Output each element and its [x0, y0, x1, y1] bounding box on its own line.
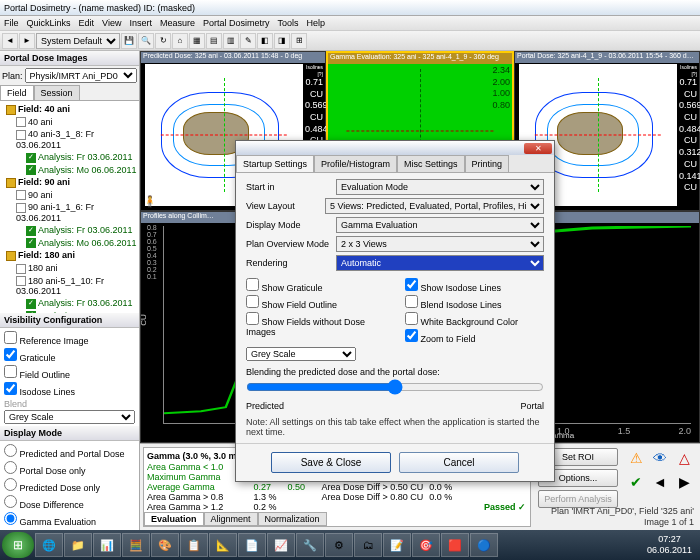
menu-tools[interactable]: Tools — [277, 18, 298, 28]
task-item[interactable]: ⚙ — [325, 533, 353, 557]
dtab-misc[interactable]: Misc Settings — [397, 155, 465, 172]
toolbar-refresh-icon[interactable]: ↻ — [155, 33, 171, 49]
dialog-scale-select[interactable]: Grey Scale — [246, 347, 356, 361]
toolbar-fwd-icon[interactable]: ► — [19, 33, 35, 49]
task-item[interactable]: 🔵 — [470, 533, 498, 557]
toolbar-btn[interactable]: ✎ — [240, 33, 256, 49]
btab-alignment[interactable]: Alignment — [204, 512, 258, 526]
vis-scale-select[interactable]: Grey Scale — [4, 410, 135, 424]
tree-node[interactable]: 40 ani — [2, 116, 137, 129]
toolbar-btn[interactable]: ▦ — [189, 33, 205, 49]
tree-node[interactable]: Field: 40 ani — [2, 103, 137, 116]
menu-edit[interactable]: Edit — [79, 18, 95, 28]
task-item[interactable]: 🎯 — [412, 533, 440, 557]
toolbar-btn[interactable]: ◧ — [257, 33, 273, 49]
toolbar-btn[interactable]: ◨ — [274, 33, 290, 49]
toolbar-btn[interactable]: ▥ — [223, 33, 239, 49]
blend-slider[interactable] — [246, 379, 544, 395]
vis-checkbox[interactable]: Reference Image — [4, 330, 135, 347]
dm-radio[interactable]: Predicted Dose only — [4, 477, 135, 494]
dialog-checkbox[interactable]: Show Graticule — [246, 277, 385, 294]
dialog-select[interactable]: Automatic — [336, 255, 544, 271]
tree-node[interactable]: ✓Analysis: Fr 03.06.2011 — [2, 151, 137, 164]
dialog-close-button[interactable]: ✕ — [524, 143, 552, 154]
task-item[interactable]: 🟥 — [441, 533, 469, 557]
vis-checkbox[interactable]: Isodose Lines — [4, 381, 135, 398]
menu-file[interactable]: File — [4, 18, 19, 28]
tree-node[interactable]: ✓Analysis: Fr 03.06.2011 — [2, 297, 137, 310]
dialog-checkbox[interactable]: Show Isodose Lines — [405, 277, 544, 294]
plan-select[interactable]: Physik/IMRT Ani_PD0 — [25, 68, 137, 83]
dialog-checkbox[interactable]: Show Fields without Dose Images — [246, 311, 385, 338]
field-tree[interactable]: Field: 40 ani40 ani40 ani-3_1_8: Fr 03.0… — [0, 101, 139, 313]
dialog-checkbox[interactable]: Zoom to Field — [405, 328, 544, 345]
save-close-button[interactable]: Save & Close — [271, 452, 391, 473]
toolbar-btn[interactable]: ⊞ — [291, 33, 307, 49]
btab-normalization[interactable]: Normalization — [258, 512, 327, 526]
dm-radio[interactable]: Portal Dose only — [4, 460, 135, 477]
dtab-printing[interactable]: Printing — [465, 155, 510, 172]
check-icon[interactable]: ✔ — [626, 472, 646, 492]
next-icon[interactable]: ▶ — [674, 472, 694, 492]
task-item[interactable]: 🎨 — [151, 533, 179, 557]
dm-radio[interactable]: Predicted and Portal Dose — [4, 443, 135, 460]
tree-node[interactable]: 40 ani-3_1_8: Fr 03.06.2011 — [2, 128, 137, 151]
perform-analysis-button[interactable]: Perform Analysis — [538, 490, 618, 508]
toolbar-btn[interactable]: ▤ — [206, 33, 222, 49]
task-item[interactable]: 📋 — [180, 533, 208, 557]
dialog-select[interactable]: Evaluation Mode — [336, 179, 544, 195]
dtab-startup[interactable]: Startup Settings — [236, 155, 314, 172]
tree-node[interactable]: ✓Analysis: Fr 03.06.2011 — [2, 224, 137, 237]
tree-node[interactable]: ✓Analysis: Mo 06.06.2011 — [2, 164, 137, 177]
task-item[interactable]: 📁 — [64, 533, 92, 557]
dm-radio[interactable]: Gamma Evaluation — [4, 511, 135, 528]
tab-field[interactable]: Field — [0, 85, 34, 100]
system-tray[interactable]: 07:2706.06.2011 — [641, 534, 698, 556]
tree-node[interactable]: ✓Analysis: Mo 06.06.2011 — [2, 237, 137, 250]
windows-taskbar[interactable]: ⊞ 🌐 📁 📊 🧮 🎨 📋 📐 📄 📈 🔧 ⚙ 🗂 📝 🎯 🟥 🔵 07:270… — [0, 530, 700, 560]
task-item[interactable]: 📝 — [383, 533, 411, 557]
vis-checkbox[interactable]: Field Outline — [4, 364, 135, 381]
vis-checkbox[interactable]: Graticule — [4, 347, 135, 364]
dialog-select[interactable]: Gamma Evaluation — [336, 217, 544, 233]
dialog-checkbox[interactable]: White Background Color — [405, 311, 544, 328]
task-item[interactable]: 📄 — [238, 533, 266, 557]
dialog-checkbox[interactable]: Blend Isodose Lines — [405, 294, 544, 311]
task-item[interactable]: 📈 — [267, 533, 295, 557]
menu-insert[interactable]: Insert — [129, 18, 152, 28]
task-item[interactable]: 🧮 — [122, 533, 150, 557]
dialog-select[interactable]: 5 Views: Predicted, Evaluated, Portal, P… — [325, 198, 544, 214]
menu-measure[interactable]: Measure — [160, 18, 195, 28]
menu-view[interactable]: View — [102, 18, 121, 28]
task-item[interactable]: 🔧 — [296, 533, 324, 557]
tree-node[interactable]: 180 ani-5_1_10: Fr 03.06.2011 — [2, 275, 137, 298]
menu-quicklinks[interactable]: QuickLinks — [27, 18, 71, 28]
eye-icon[interactable]: 👁 — [650, 448, 670, 468]
toolbar-save-icon[interactable]: 💾 — [121, 33, 137, 49]
task-item[interactable]: 🗂 — [354, 533, 382, 557]
dialog-checkbox[interactable]: Show Field Outline — [246, 294, 385, 311]
task-item[interactable]: 📊 — [93, 533, 121, 557]
delta-icon[interactable]: △ — [674, 448, 694, 468]
tree-node[interactable]: 90 ani — [2, 189, 137, 202]
toolbar-zoom-icon[interactable]: 🔍 — [138, 33, 154, 49]
toolbar-back-icon[interactable]: ◄ — [2, 33, 18, 49]
tree-node[interactable]: 180 ani — [2, 262, 137, 275]
dialog-titlebar[interactable]: ✕ — [236, 141, 554, 155]
tab-session[interactable]: Session — [34, 85, 80, 100]
toolbar-home-icon[interactable]: ⌂ — [172, 33, 188, 49]
dialog-select[interactable]: 2 x 3 Views — [336, 236, 544, 252]
menu-help[interactable]: Help — [306, 18, 325, 28]
dtab-profile[interactable]: Profile/Histogram — [314, 155, 397, 172]
dm-radio[interactable]: Dose Difference — [4, 494, 135, 511]
tree-node[interactable]: Field: 180 ani — [2, 249, 137, 262]
toolbar-layout-select[interactable]: System Default — [36, 33, 120, 49]
cancel-button[interactable]: Cancel — [399, 452, 519, 473]
prev-icon[interactable]: ◄ — [650, 472, 670, 492]
warning-icon[interactable]: ⚠ — [626, 448, 646, 468]
tree-node[interactable]: Field: 90 ani — [2, 176, 137, 189]
start-button[interactable]: ⊞ — [2, 532, 34, 558]
task-item[interactable]: 🌐 — [35, 533, 63, 557]
btab-evaluation[interactable]: Evaluation — [144, 512, 204, 526]
tree-node[interactable]: 90 ani-1_1_6: Fr 03.06.2011 — [2, 201, 137, 224]
